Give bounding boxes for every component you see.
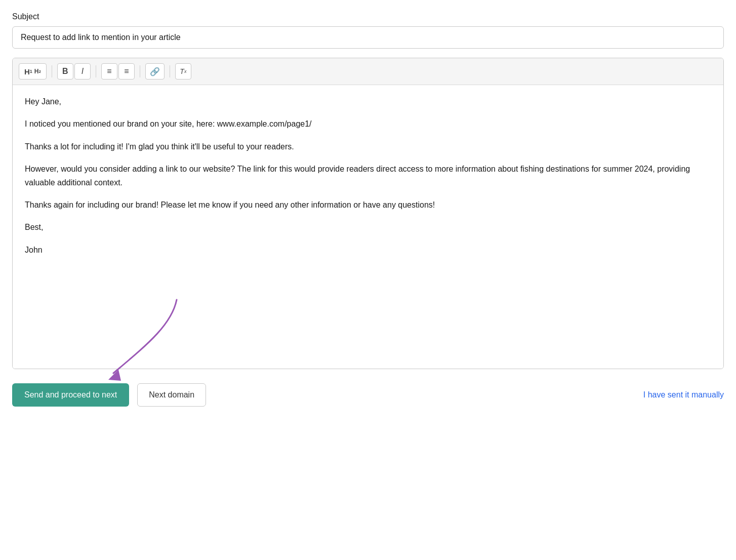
ordered-list-button[interactable]: ≡ xyxy=(101,63,117,79)
email-closing: Best, xyxy=(25,221,711,234)
clear-format-button[interactable]: Tx xyxy=(175,63,191,79)
manual-send-button[interactable]: I have sent it manually xyxy=(643,390,724,399)
next-domain-button[interactable]: Next domain xyxy=(137,383,206,407)
email-line3: However, would you consider adding a lin… xyxy=(25,163,711,189)
unordered-list-button[interactable]: ≡ xyxy=(118,63,135,79)
subject-input[interactable] xyxy=(12,26,724,49)
email-body[interactable]: Hey Jane, I noticed you mentioned our br… xyxy=(13,85,723,369)
italic-button[interactable]: I xyxy=(74,63,91,79)
email-greeting: Hey Jane, xyxy=(25,95,711,108)
bottom-bar: Send and proceed to next Next domain I h… xyxy=(12,383,724,407)
heading1-button[interactable]: H1 H2 xyxy=(19,63,47,79)
editor-toolbar: H1 H2 B I ≡ ≡ 🔗 Tx xyxy=(13,58,723,85)
bold-button[interactable]: B xyxy=(57,63,73,79)
email-editor: H1 H2 B I ≡ ≡ 🔗 Tx Hey Jane xyxy=(12,58,724,369)
email-line1: I noticed you mentioned our brand on you… xyxy=(25,117,711,131)
send-proceed-button[interactable]: Send and proceed to next xyxy=(12,383,129,407)
subject-label: Subject xyxy=(12,12,724,21)
email-signature: John xyxy=(25,244,711,257)
email-line4: Thanks again for including our brand! Pl… xyxy=(25,198,711,212)
link-button[interactable]: 🔗 xyxy=(145,63,165,79)
svg-marker-0 xyxy=(108,370,121,381)
email-line2: Thanks a lot for including it! I'm glad … xyxy=(25,140,711,153)
